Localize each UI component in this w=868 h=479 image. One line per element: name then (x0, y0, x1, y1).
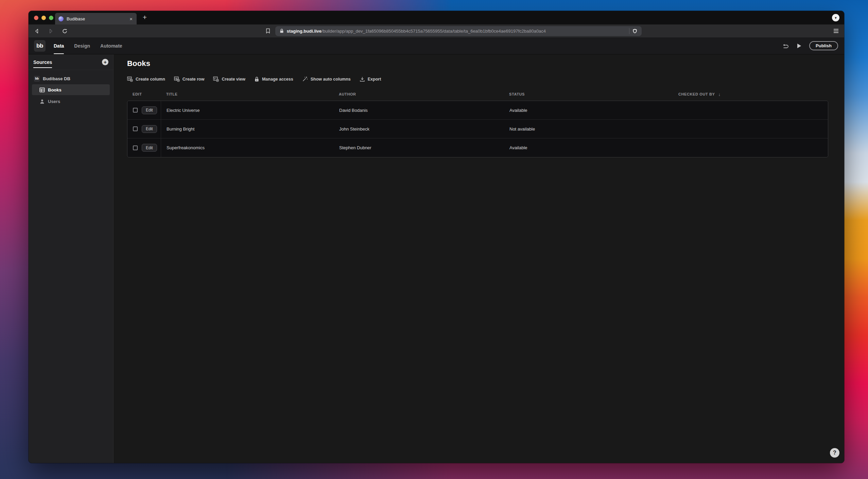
row-checkbox[interactable] (133, 126, 138, 131)
row-checkbox[interactable] (133, 146, 138, 150)
sidebar-item-label: Users (48, 99, 60, 104)
edit-row-button[interactable]: Edit (142, 106, 157, 114)
sort-descending-icon[interactable]: ↓ (718, 92, 721, 97)
cell-status[interactable]: Available (504, 145, 673, 150)
row-checkbox[interactable] (133, 108, 138, 113)
address-bar[interactable]: staging.budi.live/builder/app/app_dev_1f… (275, 26, 642, 36)
download-icon (360, 76, 365, 82)
browser-window: Budibase × + ▾ stagi (29, 11, 844, 463)
table-row: Edit Superfreakonomics Stephen Dubner Av… (127, 138, 828, 157)
cell-author[interactable]: John Steinbeck (334, 126, 504, 132)
app-nav-tabs: Data Design Automate (54, 42, 122, 50)
magic-wand-icon (302, 76, 308, 82)
table-view: Books Create column Create row (114, 54, 844, 463)
reload-button[interactable] (62, 28, 68, 34)
address-bar-divider (629, 28, 629, 34)
minimize-window-button[interactable] (41, 16, 46, 20)
table-row: Edit Burning Bright John Steinbeck Not a… (127, 120, 828, 138)
create-row-button[interactable]: Create row (174, 76, 205, 82)
edit-row-button[interactable]: Edit (142, 125, 157, 133)
table-body: Edit Electric Universe David Bodanis Ava… (127, 101, 828, 157)
table-add-icon (127, 76, 133, 82)
table-add-icon (174, 76, 180, 82)
page-title: Books (127, 59, 844, 68)
preview-play-icon[interactable] (797, 43, 802, 49)
column-header-status[interactable]: Status (504, 92, 673, 96)
table-grid-icon (39, 87, 45, 92)
browser-tabstrip: Budibase × + ▾ (29, 11, 844, 24)
manage-access-button[interactable]: Manage access (254, 76, 293, 82)
column-header-author[interactable]: Author (333, 92, 504, 96)
browser-toolbar: staging.budi.live/builder/app/app_dev_1f… (29, 24, 844, 37)
create-column-button[interactable]: Create column (127, 76, 165, 82)
lock-icon (280, 29, 284, 33)
column-header-checked-out-by[interactable]: Checked out by ↓ (673, 92, 828, 97)
close-window-button[interactable] (34, 16, 38, 20)
cell-status[interactable]: Available (504, 108, 673, 113)
sidebar-item-budibase-db[interactable]: bb Budibase DB (32, 73, 110, 84)
publish-button[interactable]: Publish (809, 41, 838, 50)
chevron-down-icon: ▾ (835, 16, 837, 20)
bookmark-icon[interactable] (265, 28, 271, 34)
budibase-favicon-icon (58, 16, 64, 21)
lock-icon (254, 76, 259, 82)
cell-author[interactable]: Stephen Dubner (334, 145, 504, 150)
sidebar-item-books[interactable]: Books (32, 84, 110, 95)
app-header: bb Data Design Automate Publish (29, 37, 844, 54)
user-icon (39, 99, 45, 104)
url-domain: staging.budi.live (287, 29, 322, 34)
cell-title[interactable]: Superfreakonomics (161, 145, 334, 150)
export-button[interactable]: Export (360, 76, 381, 82)
maximize-window-button[interactable] (49, 16, 53, 20)
cell-title[interactable]: Burning Bright (161, 126, 334, 132)
help-button[interactable]: ? (830, 448, 839, 458)
forward-button[interactable] (48, 28, 54, 34)
list-all-tabs-button[interactable]: ▾ (832, 14, 839, 21)
tab-design[interactable]: Design (74, 42, 90, 50)
sidebar-item-users[interactable]: Users (32, 96, 110, 107)
table-actions: Create column Create row Create view (127, 76, 844, 82)
table-row: Edit Electric Universe David Bodanis Ava… (127, 101, 828, 120)
cell-author[interactable]: David Bodanis (334, 108, 504, 113)
undo-icon[interactable] (783, 43, 789, 49)
sources-sidebar: Sources + bb Budibase DB Books (29, 54, 114, 463)
add-source-button[interactable]: + (102, 59, 108, 65)
tab-data[interactable]: Data (54, 42, 64, 50)
browser-menu-button[interactable] (829, 29, 839, 33)
show-auto-columns-button[interactable]: Show auto columns (302, 76, 351, 82)
shield-extension-icon[interactable] (632, 29, 637, 34)
traffic-lights (34, 16, 53, 20)
cell-status[interactable]: Not available (504, 126, 673, 132)
url-path: /builder/app/app_dev_1fa65096b850455bb4c… (322, 29, 546, 34)
sidebar-item-label: Books (48, 87, 62, 92)
url-text: staging.budi.live/builder/app/app_dev_1f… (287, 29, 626, 34)
table-header-row: Edit Title Author Status Checked out by … (127, 90, 828, 98)
new-tab-button[interactable]: + (141, 11, 149, 24)
back-button[interactable] (34, 28, 40, 34)
tab-automate[interactable]: Automate (100, 42, 122, 50)
edit-row-button[interactable]: Edit (142, 144, 157, 152)
browser-tab[interactable]: Budibase × (55, 13, 137, 24)
tab-title: Budibase (67, 16, 129, 21)
sources-tab[interactable]: Sources (33, 59, 52, 65)
column-header-edit: Edit (127, 92, 161, 96)
budibase-db-icon: bb (34, 76, 40, 82)
table-add-icon (213, 76, 219, 82)
column-header-title[interactable]: Title (161, 92, 333, 96)
budibase-app: bb Data Design Automate Publish Source (29, 37, 844, 463)
cell-title[interactable]: Electric Universe (161, 108, 334, 113)
tab-close-icon[interactable]: × (129, 16, 133, 21)
create-view-button[interactable]: Create view (213, 76, 245, 82)
budibase-logo[interactable]: bb (34, 40, 46, 52)
